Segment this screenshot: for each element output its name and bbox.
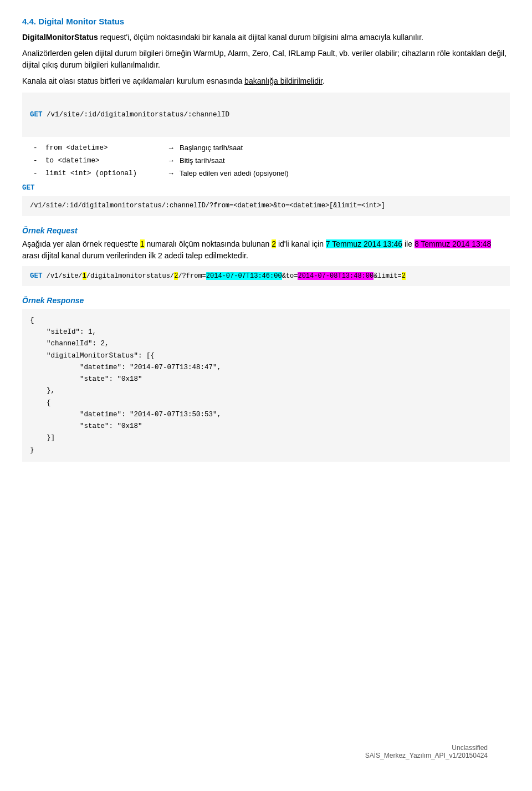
example-text-mid1: numaralı ölçüm noktasında bulunan bbox=[145, 239, 272, 248]
example-url-hl1: 1 bbox=[83, 272, 86, 280]
example-text-mid3: ile bbox=[402, 239, 415, 248]
desc-to: Bitiş tarih/saat bbox=[180, 155, 225, 167]
desc-limit: Talep edilen veri adedi (opsiyonel) bbox=[180, 168, 289, 180]
example-text-mid2: id'li kanal için bbox=[276, 239, 326, 248]
page-wrapper: 4.4. Digital Monitor Status DigitalMonit… bbox=[22, 17, 510, 776]
example-response-title: Örnek Response bbox=[22, 296, 510, 305]
example-to-hl: 2014-07-08T13:48:00 bbox=[298, 272, 374, 280]
param-to: to <datetime> bbox=[45, 155, 167, 166]
footer-unclassified: Unclassified bbox=[365, 744, 488, 752]
example-url-mid: /digitalmonitorstatus/ bbox=[86, 272, 174, 280]
footer-doc: SAİS_Merkez_Yazılım_API_v1/20150424 bbox=[365, 752, 488, 759]
arrow-to: → bbox=[167, 155, 180, 167]
highlight-4: 8 Temmuz 2014 13:48 bbox=[415, 239, 491, 248]
example-url-pre: /v1/site/ bbox=[43, 272, 83, 280]
response-code-block: { "siteId": 1, "channelId": 2, "digitalM… bbox=[22, 309, 510, 462]
param-row-to: - to <datetime> → Bitiş tarih/saat bbox=[33, 155, 510, 167]
param-from: from <datetime> bbox=[45, 142, 167, 154]
arrow-from: → bbox=[167, 142, 180, 154]
example-url-suffix: /?from= bbox=[178, 272, 206, 280]
example-text-pre: Aşağıda yer alan örnek request'te bbox=[22, 239, 140, 248]
endpoint-line2-block: /v1/site/:id/digitalmonitorstatus/:chann… bbox=[22, 196, 510, 216]
endpoint-block: GET /v1/site/:id/digitalmonitorstatus/:c… bbox=[22, 93, 510, 137]
param-row-from: - from <datetime> → Başlangıç tarih/saat bbox=[33, 142, 510, 154]
param-limit: limit <int> (optional) bbox=[45, 168, 167, 179]
example-amp: &to= bbox=[282, 272, 298, 280]
para2: Analizörlerden gelen dijital durum bilgi… bbox=[22, 48, 510, 71]
intro-paragraph: DigitalMonitorStatus request'i, ölçüm no… bbox=[22, 32, 510, 43]
example-url-block: GET /v1/site/1/digitalmonitorstatus/2/?f… bbox=[22, 266, 510, 286]
para3: Kanala ait olası status bit'leri ve açık… bbox=[22, 75, 510, 87]
example-request-paragraph: Aşağıda yer alan örnek request'te 1 numa… bbox=[22, 238, 510, 262]
footer: Unclassified SAİS_Merkez_Yazılım_API_v1/… bbox=[365, 744, 488, 759]
param-row-limit: - limit <int> (optional) → Talep edilen … bbox=[33, 168, 510, 180]
desc-from: Başlangıç tarih/saat bbox=[180, 142, 243, 154]
get-keyword-2: GET bbox=[22, 184, 35, 192]
example-request-title: Örnek Request bbox=[22, 226, 510, 235]
dash-to: - bbox=[33, 155, 41, 166]
intro-text1: request'i, ölçüm noktasındaki bir kanala… bbox=[98, 33, 423, 42]
intro-bold: DigitalMonitorStatus bbox=[22, 33, 98, 42]
example-limit-hl: 2 bbox=[402, 272, 406, 280]
highlight-1: 1 bbox=[140, 239, 145, 248]
get-keyword-3: GET bbox=[30, 272, 43, 280]
endpoint-path-1: /v1/site/:id/digitalmonitorstatus/:chann… bbox=[43, 111, 230, 119]
example-text-end: arası dijital kanal durum verilerinden i… bbox=[22, 251, 248, 260]
dash-from: - bbox=[33, 142, 41, 154]
section-title: 4.4. Digital Monitor Status bbox=[22, 17, 510, 26]
get-line-2-label: GET bbox=[22, 182, 510, 192]
example-from-hl: 2014-07-07T13:46:00 bbox=[206, 272, 282, 280]
para3-text: Kanala ait olası status bit'leri ve açık… bbox=[22, 76, 244, 85]
para3-link[interactable]: bakanlığa bildirilmelidir bbox=[244, 76, 323, 85]
get-keyword-1: GET bbox=[30, 111, 43, 119]
parameter-table: - from <datetime> → Başlangıç tarih/saat… bbox=[33, 142, 510, 179]
highlight-2: 2 bbox=[272, 239, 276, 248]
dash-limit: - bbox=[33, 168, 41, 179]
arrow-limit: → bbox=[167, 168, 180, 180]
highlight-3: 7 Temmuz 2014 13:46 bbox=[326, 239, 402, 248]
example-limit-label: &limit= bbox=[374, 272, 401, 280]
